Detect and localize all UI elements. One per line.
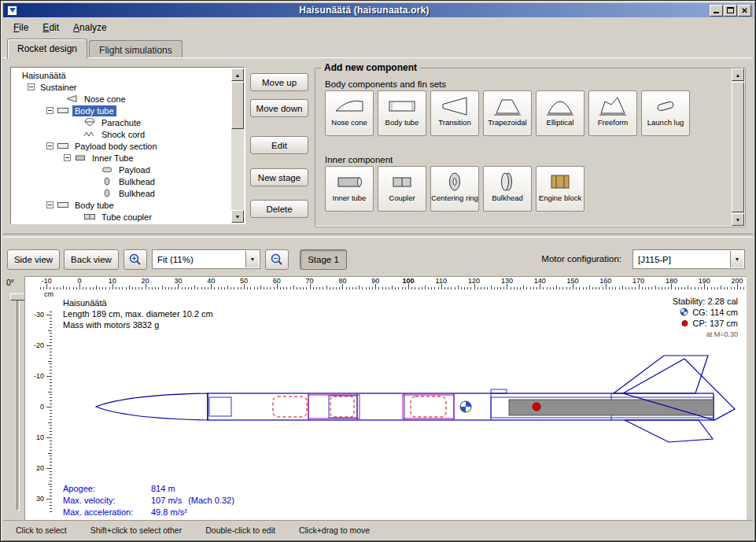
tab-rocket-design[interactable]: Rocket design (7, 39, 87, 59)
component-bulkhead-button[interactable]: Bulkhead (483, 166, 532, 212)
hint-click-select: Click to select (16, 525, 67, 535)
tree-item-shock-cord[interactable]: Shock cord (12, 128, 231, 140)
new-stage-button[interactable]: New stage (250, 168, 308, 186)
cg-icon (680, 308, 689, 317)
rocket-name: Haisunäätä (63, 297, 213, 308)
scroll-down-icon[interactable]: ▼ (231, 210, 244, 223)
side-view-button[interactable]: Side view (7, 249, 60, 270)
motor-configuration-label: Motor configuration: (541, 254, 621, 264)
zoom-level-value: Fit (11%) (157, 255, 194, 264)
zoom-level-combobox[interactable]: Fit (11%) ▼ (152, 249, 260, 269)
scroll-up-icon[interactable]: ▲ (231, 68, 244, 81)
component-engine-block-button[interactable]: Engine block (536, 166, 585, 212)
tree-item-sustainer[interactable]: Sustainer (12, 81, 231, 93)
maximize-button[interactable] (724, 5, 737, 17)
add-component-panel: Add new component Body components and fi… (315, 62, 746, 227)
scroll-up-icon[interactable]: ▲ (732, 68, 744, 81)
tree-item-parachute[interactable]: Parachute (12, 116, 231, 128)
tree-item-inner-tube[interactable]: Inner Tube (12, 152, 231, 164)
tab-flight-simulations[interactable]: Flight simulations (89, 40, 183, 58)
motor-configuration-combobox[interactable]: [J115-P] ▼ (632, 249, 745, 269)
menu-edit[interactable]: Edit (36, 20, 65, 35)
move-up-button[interactable]: Move up (250, 73, 308, 91)
stage-1-toggle-button[interactable]: Stage 1 (300, 249, 347, 270)
delete-button[interactable]: Delete (250, 200, 308, 218)
centering-ring-icon (439, 169, 470, 194)
component-tree: Haisunäätä Sustainer Nose cone Body tube… (12, 69, 231, 223)
tree-item-bulkhead[interactable]: Bulkhead (12, 175, 231, 187)
close-button[interactable]: ✕ (738, 5, 751, 17)
component-elliptical-fin-button[interactable]: Elliptical (536, 90, 585, 136)
tree-item-body-tube[interactable]: Body tube (12, 105, 231, 116)
rotation-slider-handle[interactable] (10, 293, 25, 300)
component-launch-lug-button[interactable]: Launch lug (641, 90, 690, 136)
hint-shift-click: Shift+click to select other (90, 525, 182, 535)
tree-item-payload[interactable]: Payload (12, 164, 231, 175)
rotation-slider-track[interactable] (17, 293, 20, 511)
add-panel-scrollbar[interactable]: ▲ ▼ (732, 68, 744, 226)
cp-value: CP: 137 cm (693, 318, 738, 329)
engine-block-icon (544, 169, 576, 194)
tree-scrollbar[interactable]: ▲ ▼ (231, 68, 244, 223)
scroll-down-icon[interactable]: ▼ (732, 213, 744, 226)
minimize-button[interactable] (710, 5, 723, 17)
tree-expander-icon[interactable] (46, 107, 53, 114)
component-coupler-button[interactable]: Coupler (378, 166, 426, 212)
body-tube-icon (57, 106, 69, 115)
component-nose-cone-button[interactable]: Nose cone (325, 90, 374, 136)
component-centering-ring-button[interactable]: Centering ring (430, 166, 479, 212)
component-tree-panel: Haisunäätä Sustainer Nose cone Body tube… (10, 67, 245, 224)
payload-icon (101, 165, 113, 174)
tree-expander-icon[interactable] (28, 83, 35, 90)
move-down-button[interactable]: Move down (250, 99, 308, 117)
nose-cone-icon (334, 94, 365, 118)
bulkhead-icon (101, 189, 113, 197)
tree-item-rocket[interactable]: Haisunäätä (12, 69, 231, 81)
tree-item-payload-body-section[interactable]: Payload body section (12, 140, 231, 152)
panel-splitter[interactable] (3, 234, 753, 238)
elliptical-fin-icon (544, 94, 576, 118)
component-freeform-fin-button[interactable]: Freeform (588, 90, 637, 136)
transition-icon (439, 94, 470, 118)
chevron-down-icon[interactable]: ▼ (245, 251, 259, 267)
tree-expander-icon[interactable] (46, 201, 53, 208)
rocket-mass: Mass with motors 3832 g (63, 319, 213, 330)
motor-configuration-value: [J115-P] (638, 255, 671, 264)
component-inner-tube-button[interactable]: Inner tube (325, 166, 374, 212)
menu-analyze[interactable]: Analyze (67, 20, 113, 35)
tree-expander-icon[interactable] (64, 154, 71, 161)
application-window: Haisunäätä (haisunaata.ork) ✕ File Edit … (0, 0, 756, 542)
title-bar[interactable]: Haisunäätä (haisunaata.ork) ✕ (3, 3, 753, 17)
inner-tube-icon (74, 153, 87, 162)
zoom-out-button[interactable] (265, 249, 289, 270)
flight-summary: Apogee:814 m Max. velocity:107 m/s(Mach … (63, 483, 234, 518)
menu-bar: File Edit Analyze (3, 18, 753, 36)
scrollbar-thumb[interactable] (231, 82, 244, 129)
stability-value: Stability: 2.28 cal (673, 296, 738, 307)
tree-item-nose-cone[interactable]: Nose cone (12, 93, 231, 105)
zoom-out-icon (270, 253, 284, 267)
chevron-down-icon[interactable]: ▼ (730, 251, 743, 267)
scrollbar-thumb[interactable] (732, 82, 744, 212)
tree-item-tube-coupler[interactable]: Tube coupler (12, 211, 231, 223)
maximize-icon (727, 7, 734, 13)
component-trapezoidal-fin-button[interactable]: Trapezoidal (483, 90, 532, 136)
freeform-fin-icon (597, 94, 629, 118)
tree-item-body-tube[interactable]: Body tube (12, 199, 231, 211)
zoom-in-button[interactable] (124, 249, 147, 270)
edit-button[interactable]: Edit (250, 136, 308, 154)
rocket-info: Haisunäätä Length 189 cm, max. diameter … (63, 297, 213, 330)
back-view-button[interactable]: Back view (64, 249, 119, 270)
tree-item-bulkhead[interactable]: Bulkhead (12, 187, 231, 199)
flight-row: Apogee:814 m (63, 483, 234, 495)
component-body-tube-button[interactable]: Body tube (378, 90, 426, 136)
shock-cord-icon (83, 130, 96, 138)
parachute-icon (83, 118, 96, 127)
menu-file[interactable]: File (7, 20, 35, 35)
tree-expander-icon[interactable] (46, 142, 53, 149)
status-bar: Click to select Shift+click to select ot… (3, 520, 753, 539)
component-transition-button[interactable]: Transition (430, 90, 479, 136)
rocket-design-canvas[interactable]: -100102030405060708090100110120130140150… (24, 276, 747, 521)
body-tube-icon (57, 201, 69, 209)
inner-tube-icon (334, 169, 365, 194)
